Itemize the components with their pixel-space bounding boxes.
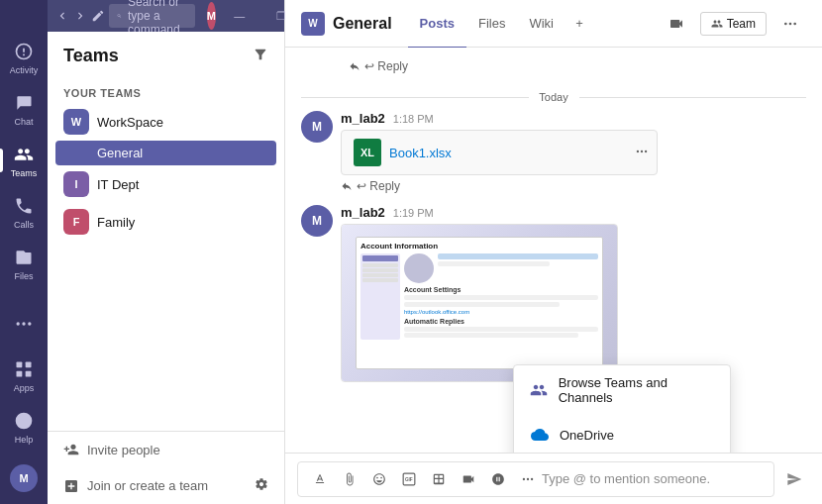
invite-people-label: Invite people bbox=[87, 443, 160, 457]
nav-calls-label: Calls bbox=[14, 220, 34, 230]
itdept-avatar: I bbox=[63, 171, 89, 197]
svg-rect-3 bbox=[17, 362, 23, 368]
emoji-button[interactable] bbox=[365, 465, 393, 493]
join-create-team-button[interactable]: Join or create a team bbox=[48, 467, 284, 504]
family-avatar: F bbox=[63, 209, 89, 235]
workspace-avatar: W bbox=[63, 109, 89, 135]
meet-button[interactable] bbox=[661, 8, 692, 40]
onedrive-label: OneDrive bbox=[560, 428, 614, 443]
apps-icon bbox=[12, 357, 36, 381]
sticker-button[interactable] bbox=[425, 465, 453, 493]
nav-item-files[interactable]: Files bbox=[0, 238, 48, 289]
compose-bar: GIF Type @ to mention someone. bbox=[285, 453, 822, 504]
onedrive-button[interactable]: OneDrive bbox=[514, 415, 730, 453]
channel-header-right: Team bbox=[661, 8, 806, 40]
nav-activity-label: Activity bbox=[10, 65, 39, 75]
messages-area: ↩ Reply Today M m_lab2 1:18 PM XL Book1.… bbox=[285, 48, 822, 453]
svg-point-9 bbox=[789, 22, 792, 25]
screenshot-inner: Account Information bbox=[342, 225, 617, 381]
add-tab-button[interactable]: + bbox=[565, 10, 593, 38]
svg-point-13 bbox=[645, 150, 647, 151]
nav-item-activity[interactable]: Activity bbox=[0, 32, 48, 83]
settings-button[interactable] bbox=[255, 477, 268, 494]
svg-point-10 bbox=[793, 22, 796, 25]
gif-button[interactable]: GIF bbox=[395, 465, 423, 493]
screenshot-preview: Account Information bbox=[341, 224, 618, 382]
nav-item-calls[interactable]: Calls bbox=[0, 186, 48, 238]
message-time-2: 1:19 PM bbox=[393, 207, 434, 219]
excel-file-icon: XL bbox=[354, 139, 381, 166]
dropdown-menu: Browse Teams and Channels OneDrive Googl… bbox=[513, 364, 731, 453]
main-topbar: Search or type a command M — ❐ ✕ bbox=[48, 0, 284, 32]
message-content-1: m_lab2 1:18 PM XL Book1.xlsx ↩ Reply bbox=[341, 111, 806, 197]
compose-more-button[interactable] bbox=[514, 465, 542, 493]
team-item-workspace[interactable]: W WorkSpace ··· bbox=[48, 103, 284, 141]
join-create-label: Join or create a team bbox=[87, 478, 208, 493]
meet-compose-button[interactable] bbox=[455, 465, 482, 493]
message-header-1: m_lab2 1:18 PM bbox=[341, 111, 806, 126]
tab-wiki[interactable]: Wiki bbox=[517, 1, 565, 49]
filter-teams-button[interactable] bbox=[253, 47, 268, 65]
compose-area: GIF Type @ to mention someone. bbox=[297, 461, 774, 497]
search-bar[interactable]: Search or type a command bbox=[109, 4, 195, 28]
nav-avatar: M bbox=[10, 464, 38, 492]
svg-point-16 bbox=[523, 477, 525, 479]
teams-menu-icon bbox=[530, 380, 549, 400]
reply-button-1[interactable]: ↩ Reply bbox=[349, 59, 408, 73]
team-btn-label: Team bbox=[727, 17, 756, 31]
browse-teams-label: Browse Teams and Channels bbox=[559, 375, 714, 405]
message-content-2: m_lab2 1:19 PM Account Information bbox=[341, 205, 806, 382]
nav-item-help[interactable]: Help bbox=[0, 401, 48, 453]
svg-point-1 bbox=[22, 322, 25, 325]
more-icon bbox=[12, 312, 36, 336]
reply-button-2[interactable]: ↩ Reply bbox=[341, 179, 400, 193]
svg-rect-6 bbox=[26, 371, 32, 377]
nav-teams-label: Teams bbox=[11, 168, 38, 178]
teams-bottom: Invite people Join or create a team bbox=[48, 431, 284, 504]
team-item-family[interactable]: F Family ··· bbox=[48, 203, 284, 241]
send-button[interactable] bbox=[778, 463, 810, 495]
help-icon bbox=[12, 409, 36, 433]
nav-sidebar: Activity Chat Teams Calls Files bbox=[0, 0, 48, 504]
team-button[interactable]: Team bbox=[700, 12, 767, 36]
onedrive-icon bbox=[530, 425, 550, 445]
message-group-1: M m_lab2 1:18 PM XL Book1.xlsx ↩ Repl bbox=[301, 111, 806, 197]
tab-posts[interactable]: Posts bbox=[408, 1, 466, 49]
svg-point-2 bbox=[28, 322, 31, 325]
teams-panel-title: Teams bbox=[63, 46, 119, 66]
file-attachment: XL Book1.xlsx bbox=[341, 130, 658, 175]
nav-item-chat[interactable]: Chat bbox=[0, 83, 48, 135]
files-icon bbox=[12, 246, 36, 269]
nav-topbar bbox=[0, 0, 48, 32]
user-avatar[interactable]: M bbox=[207, 2, 216, 30]
back-button[interactable] bbox=[55, 2, 69, 30]
nav-item-more[interactable] bbox=[0, 298, 48, 350]
nav-files-label: Files bbox=[14, 271, 33, 281]
forward-button[interactable] bbox=[73, 2, 87, 30]
channel-more-button[interactable] bbox=[774, 8, 806, 40]
browse-teams-button[interactable]: Browse Teams and Channels bbox=[514, 365, 730, 415]
calls-icon bbox=[12, 194, 36, 218]
reply-area-2: ↩ Reply bbox=[341, 175, 806, 197]
tab-files[interactable]: Files bbox=[466, 1, 517, 49]
invite-people-button[interactable]: Invite people bbox=[48, 432, 284, 467]
channel-item-general[interactable]: General bbox=[55, 141, 276, 165]
format-button[interactable] bbox=[306, 465, 334, 493]
your-teams-label: Your teams bbox=[48, 79, 284, 103]
today-divider: Today bbox=[301, 91, 806, 103]
message-group-2: M m_lab2 1:19 PM Account Information bbox=[301, 205, 806, 382]
nav-item-profile[interactable]: M bbox=[0, 453, 48, 504]
file-more-button[interactable] bbox=[635, 145, 649, 161]
schedule-button[interactable] bbox=[484, 465, 512, 493]
teams-panel: Search or type a command M — ❐ ✕ Teams Y… bbox=[48, 0, 285, 504]
minimize-button[interactable]: — bbox=[220, 0, 259, 32]
attach-button[interactable] bbox=[336, 465, 363, 493]
nav-item-apps[interactable]: Apps bbox=[0, 350, 48, 401]
channel-name: General bbox=[333, 15, 392, 33]
chat-icon bbox=[12, 91, 36, 115]
compose-icon[interactable] bbox=[91, 2, 105, 30]
nav-item-teams[interactable]: Teams bbox=[0, 135, 48, 186]
file-name[interactable]: Book1.xlsx bbox=[389, 146, 645, 160]
team-item-itdept[interactable]: I IT Dept ··· bbox=[48, 165, 284, 203]
teams-icon bbox=[12, 143, 36, 166]
